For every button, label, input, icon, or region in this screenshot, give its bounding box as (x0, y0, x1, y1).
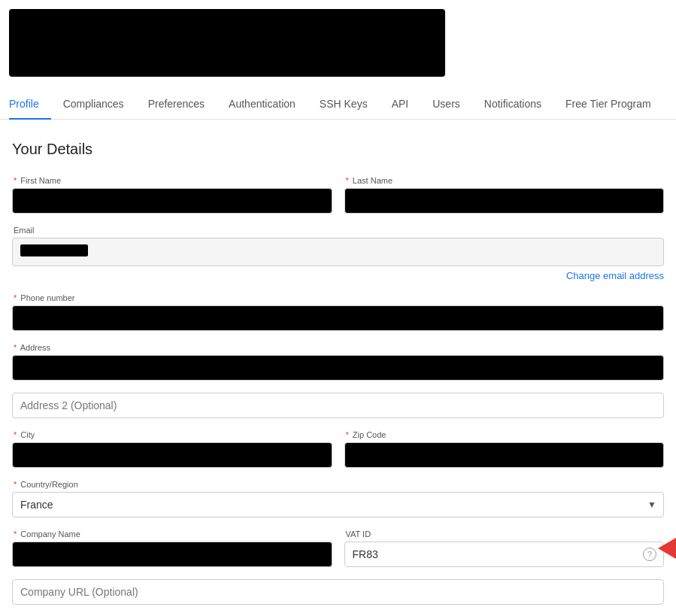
address-input[interactable] (12, 355, 664, 381)
address-label: * Address (12, 343, 664, 352)
address2-group (12, 393, 664, 418)
city-label: * City (12, 430, 332, 439)
city-group: * City (12, 430, 332, 468)
company-name-group: * Company Name (12, 530, 332, 567)
company-name-input[interactable] (12, 542, 332, 567)
address2-row (12, 393, 664, 418)
tab-users[interactable]: Users (420, 89, 472, 119)
phone-row: * Phone number (12, 293, 664, 331)
email-label: Email (12, 226, 664, 235)
first-name-required-star: * (14, 176, 17, 185)
tab-compliances[interactable]: Compliances (51, 89, 136, 119)
tab-notifications[interactable]: Notifications (472, 89, 553, 119)
city-zip-row: * City * Zip Code (12, 430, 664, 468)
vat-id-input[interactable] (344, 542, 665, 567)
phone-input[interactable] (12, 305, 664, 331)
company-url-input[interactable] (12, 579, 664, 605)
first-name-group: * First Name (12, 176, 332, 214)
tab-free-tier[interactable]: Free Tier Program (553, 89, 663, 119)
info-icon[interactable]: ? (643, 548, 656, 561)
tabs-container: Profile Compliances Preferences Authenti… (0, 89, 676, 120)
email-group: Email (12, 226, 664, 266)
company-vat-row-wrapper: * Company Name VAT ID ? (12, 530, 664, 567)
last-name-input[interactable] (344, 188, 665, 214)
country-group: * Country/Region France Germany United S… (12, 480, 664, 517)
company-url-group (12, 579, 664, 605)
section-title: Your Details (12, 141, 664, 158)
change-email-link[interactable]: Change email address (566, 270, 664, 281)
email-row: Email (12, 226, 664, 266)
header-banner (9, 9, 445, 77)
zip-input[interactable] (344, 442, 665, 468)
company-vat-row: * Company Name VAT ID ? (12, 530, 664, 567)
country-select-wrapper: France Germany United States United King… (12, 492, 664, 517)
company-name-label: * Company Name (12, 530, 332, 539)
tab-preferences[interactable]: Preferences (136, 89, 217, 119)
vat-id-label: VAT ID (344, 530, 665, 539)
tab-ssh-keys[interactable]: SSH Keys (308, 89, 380, 119)
change-email-link-wrapper: Change email address (12, 269, 664, 281)
vat-id-group: VAT ID ? (344, 530, 665, 567)
last-name-required-star: * (346, 176, 349, 185)
last-name-label: * Last Name (344, 176, 665, 185)
address2-input[interactable] (12, 393, 664, 418)
company-url-row (12, 579, 664, 605)
zip-label: * Zip Code (344, 430, 665, 439)
first-name-input[interactable] (12, 188, 332, 214)
tab-api[interactable]: API (380, 89, 421, 119)
country-label: * Country/Region (12, 480, 664, 489)
address-group: * Address (12, 343, 664, 381)
tab-profile[interactable]: Profile (9, 89, 51, 119)
tab-authentication[interactable]: Authentication (217, 89, 308, 119)
phone-group: * Phone number (12, 293, 664, 331)
email-value-redacted (20, 244, 88, 256)
name-row: * First Name * Last Name (12, 176, 664, 214)
last-name-group: * Last Name (344, 176, 665, 214)
main-content: Your Details * First Name * Last Name Em… (0, 120, 676, 616)
country-select[interactable]: France Germany United States United King… (12, 492, 664, 517)
city-input[interactable] (12, 442, 332, 468)
zip-group: * Zip Code (344, 430, 665, 468)
first-name-label: * First Name (12, 176, 332, 185)
phone-label: * Phone number (12, 293, 664, 302)
address-row: * Address (12, 343, 664, 381)
country-row: * Country/Region France Germany United S… (12, 480, 664, 517)
